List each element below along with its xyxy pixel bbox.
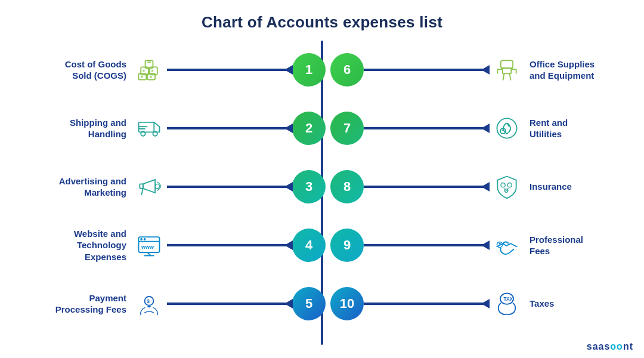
right-label-6: Office Suppliesand Equipment [525,58,644,82]
right-label-7: Rent andUtilities [525,117,644,140]
circle-right-6: 6 [330,53,364,87]
left-label-4: Website andTechnologyExpenses [0,228,131,263]
svg-point-38 [144,238,146,240]
row-2: Shipping andHandling 2 7 [0,99,644,158]
circle-left-1: 1 [292,53,326,87]
row-1: Cost of GoodsSold (COGS) [0,41,644,99]
svg-rect-26 [140,184,143,188]
logo-accent: oo [610,341,623,351]
row-5: PaymentProcessing Fees $ 5 10 [0,274,644,333]
row-3: Advertising andMarketing 3 8 [0,158,644,216]
logo: saasoont [587,341,633,352]
left-icon-website: WWW [131,232,167,259]
right-arrow-8 [364,186,489,188]
rows-container: Cost of GoodsSold (COGS) [0,41,644,333]
right-icon-rent [489,115,525,142]
row-4: Website andTechnologyExpenses WWW 4 [0,216,644,274]
left-icon-payment: $ [131,290,167,317]
svg-text:WWW: WWW [141,245,154,250]
svg-text:TAX: TAX [503,297,513,302]
left-icon-megaphone [131,173,167,200]
svg-line-27 [141,189,143,195]
left-arrow-4 [167,244,292,246]
circle-left-5: 5 [292,287,326,320]
svg-text:$: $ [147,299,150,304]
svg-rect-19 [139,122,154,132]
left-icon-shipping [131,115,167,142]
left-label-2: Shipping andHandling [0,117,131,140]
right-icon-shield [489,173,525,200]
left-label-5: PaymentProcessing Fees [0,292,131,316]
circle-right-10: 10 [330,287,364,320]
circle-right-8: 8 [330,170,364,203]
left-arrow-3 [167,186,292,188]
right-label-8: Insurance [525,181,644,193]
svg-line-17 [503,73,504,80]
left-icon-boxes [131,56,167,84]
left-arrow-5 [167,303,292,305]
circle-left-3: 3 [292,170,326,203]
right-arrow-10 [364,303,489,305]
right-arrow-9 [364,244,489,246]
right-label-10: Taxes [525,298,644,310]
svg-point-30 [507,183,512,187]
page-title: Chart of Accounts expenses list [0,0,644,32]
svg-point-24 [497,118,516,138]
right-arrow-7 [364,127,489,129]
svg-point-29 [501,183,505,187]
svg-rect-11 [501,60,513,68]
circle-right-7: 7 [330,112,364,145]
circle-left-2: 2 [292,112,326,145]
svg-line-18 [510,73,511,80]
svg-rect-12 [503,68,512,73]
left-arrow-1 [167,69,292,71]
left-arrow-2 [167,127,292,129]
circle-right-9: 9 [330,229,364,262]
svg-point-37 [140,238,143,240]
page-container: Chart of Accounts expenses list Cost of … [0,0,644,358]
right-icon-handshake [489,232,525,259]
circle-left-4: 4 [292,229,326,262]
svg-point-28 [155,184,159,188]
right-arrow-6 [364,69,489,71]
right-icon-tax: TAX [489,290,525,317]
left-label-3: Advertising andMarketing [0,175,131,199]
right-label-9: ProfessionalFees [525,234,644,257]
left-label-1: Cost of GoodsSold (COGS) [0,58,131,82]
right-icon-chair [489,56,525,84]
